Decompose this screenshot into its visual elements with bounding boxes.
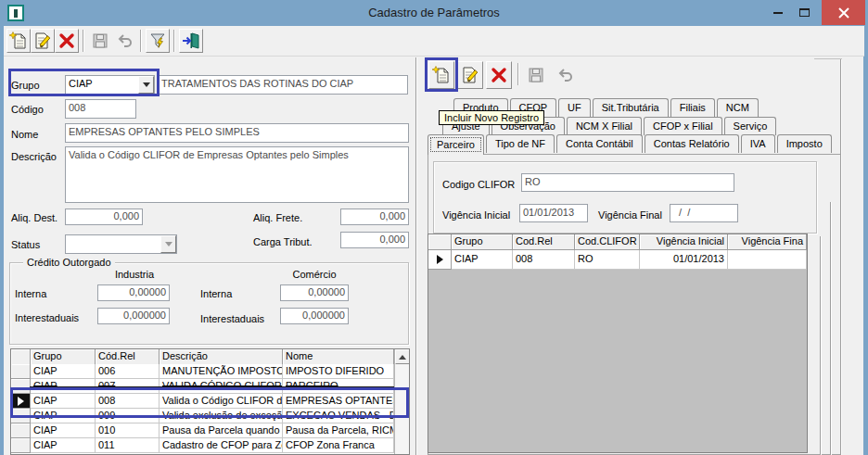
codigo-clifor-field[interactable]: RO [521,173,734,192]
interna-comercio-field[interactable]: 0,00000 [280,284,349,301]
grid-column-cod-rel[interactable]: Cód.Rel [96,349,160,365]
descricao-memo[interactable]: Valida o Código CLIFOR de Empresas Optan… [65,146,409,203]
tab-parceiro[interactable]: Parceiro [428,134,484,155]
delete-record-button[interactable] [55,29,79,53]
detail-edit-record-button[interactable] [457,61,483,89]
edit-record-button[interactable] [31,29,55,53]
undo-icon [114,31,134,51]
grid-cell[interactable]: 008 [513,250,575,270]
status-label: Status [11,239,40,250]
aliq-frete-field[interactable]: 0,000 [340,209,409,225]
grid-column-descricao[interactable]: Descrição [160,349,283,365]
tab-conta-contabil[interactable]: Conta Contábil [556,134,643,153]
interestaduais-comercio-field[interactable]: 0,000000 [280,308,349,324]
grid-selector-header [11,349,31,365]
tab-ncm[interactable]: NCM [717,98,759,117]
grid-column-nome[interactable]: Nome [283,349,394,365]
grid-cell[interactable] [728,250,807,270]
tab-row-3: Parceiro Tipo de NF Conta Contábil Conta… [428,134,834,155]
grid-selector-header [428,234,452,250]
grid-cell[interactable]: 011 [96,438,160,453]
maximize-button[interactable] [792,0,816,25]
grid-cell[interactable]: 010 [96,423,160,438]
aliq-dest-field[interactable]: 0,000 [65,209,143,225]
vigencia-inicial-field[interactable]: 01/01/2013 [519,204,588,222]
grid-cell[interactable]: IMPOSTO DIFERIDO [283,364,394,379]
grid-cell[interactable]: CIAP [31,364,96,379]
tab-tipo-de-nf[interactable]: Tipo de NF [486,134,555,153]
grid-cell[interactable]: CIAP [31,423,96,438]
grid-column-cod-clifor[interactable]: Cod.CLIFOR [575,234,640,250]
close-button[interactable] [822,0,865,25]
grid-column-vigencia-inicial[interactable]: Vigência Inicial [640,234,728,250]
codigo-label: Código [11,104,44,115]
grid-cell[interactable]: RO [575,250,640,270]
grid-column-cod-rel[interactable]: Cod.Rel [513,234,575,250]
parceiro-groupbox [433,161,817,234]
window: Cadastro de Parâmetros [0,0,868,455]
aliq-frete-label: Aliq. Frete. [253,212,302,223]
grid-cell[interactable]: Pausa da Parcela quando r [160,423,283,438]
minimize-button[interactable] [766,0,790,25]
grid-cell[interactable]: CIAP [31,438,96,453]
save-button[interactable] [88,29,112,53]
status-combobox[interactable] [65,234,177,254]
window-border-right [863,0,868,455]
parceiro-grid: Grupo Cod.Rel Cod.CLIFOR Vigência Inicia… [428,234,808,453]
vigencia-final-label: Vigência Final [598,209,662,221]
interna-industria-field[interactable]: 0,00000 [97,284,170,301]
detail-delete-record-button[interactable] [486,61,512,89]
tab-cfop-x-filial[interactable]: CFOP x Filial [644,117,722,135]
save-icon [90,31,110,51]
tab-sit-tributaria[interactable]: Sit.Tributária [593,98,669,117]
grid-cell[interactable]: CFOP Zona Franca [283,438,394,453]
tab-filiais[interactable]: Filiais [670,98,715,117]
tab-servico[interactable]: Serviço [724,117,777,135]
interestaduais-comercio-label: Interestaduais [200,313,264,324]
scroll-up-button[interactable] [395,349,410,364]
panel-splitter[interactable] [415,57,417,455]
exit-button[interactable] [179,29,203,53]
status-combobox-dropdown-button[interactable] [160,235,176,253]
carga-tribut-field[interactable]: 0,000 [340,232,409,248]
carga-tribut-label: Carga Tribut. [253,236,313,247]
row-selector[interactable] [11,364,31,379]
grid-cell[interactable]: CIAP [452,250,513,270]
annotation-highlight-new-record-button [425,57,458,92]
close-icon [837,6,850,19]
maximize-icon [799,8,810,17]
tab-imposto[interactable]: Imposto [777,134,832,153]
interestaduais-industria-field[interactable]: 0,000000 [97,308,170,324]
industria-header: Industria [88,269,181,280]
row-selector[interactable] [11,438,31,453]
detail-undo-button[interactable] [552,61,578,89]
grid-cell[interactable]: Pausa da Parcela, RICMS [283,423,394,438]
tab-contas-relatorio[interactable]: Contas Relatório [645,134,739,153]
row-selector[interactable] [11,423,31,438]
tab-uf[interactable]: UF [558,98,591,117]
vigencia-final-field[interactable]: / / [670,204,738,222]
grid-cell[interactable]: 006 [96,364,160,379]
edit-record-icon [460,65,480,85]
grupo-descricao-field[interactable]: TRATAMENTOS DAS ROTINAS DO CIAP [158,75,408,95]
detail-save-button[interactable] [523,61,549,89]
grid-cell[interactable]: 01/01/2013 [640,250,728,270]
aliq-dest-label: Aliq. Dest. [11,212,57,223]
grid-cell[interactable]: MANUTENÇÃO IMPOSTO D [160,364,283,379]
panel-edge [840,59,842,455]
grid-cell[interactable]: Cadastro de CFOP para Zc [160,438,283,453]
nome-field[interactable]: EMPRESAS OPTANTES PELO SIMPLES [65,123,409,143]
current-row-selector[interactable] [428,250,452,270]
tab-iva[interactable]: IVA [741,134,775,153]
new-record-button[interactable] [6,29,31,53]
filter-button[interactable] [146,29,170,53]
undo-button[interactable] [112,29,136,53]
grid-column-grupo[interactable]: Grupo [31,349,96,365]
annotation-highlight-grupo [8,69,160,96]
grid-column-vigencia-final[interactable]: Vigência Fina [728,234,807,250]
codigo-field[interactable]: 008 [65,99,136,119]
minimize-icon [773,12,783,14]
save-icon [526,65,546,85]
tab-ncm-x-filial[interactable]: NCM X Filial [567,117,642,135]
grid-column-grupo[interactable]: Grupo [452,234,513,250]
